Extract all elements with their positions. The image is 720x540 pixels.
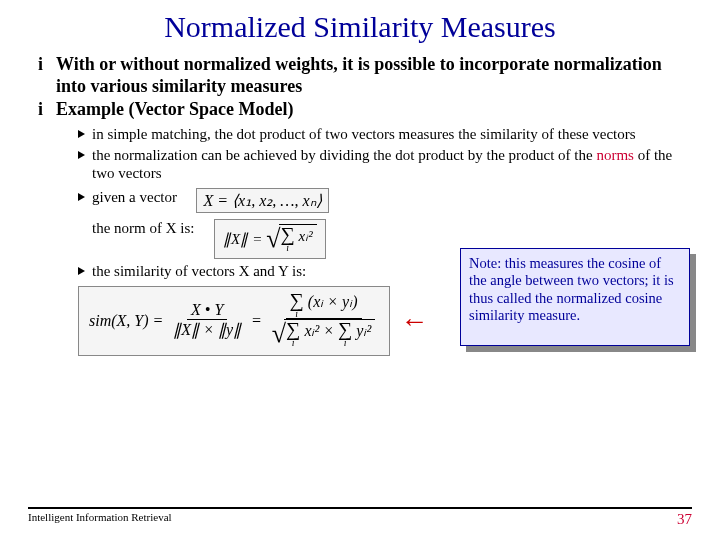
footer: Intelligent Information Retrieval 37	[28, 507, 692, 528]
given-vector-label: given a vector	[92, 188, 177, 206]
footer-left: Intelligent Information Retrieval	[28, 511, 172, 528]
sub-item: in simple matching, the dot product of t…	[78, 125, 692, 143]
vec-lhs: X =	[203, 192, 228, 209]
bullet-text: With or without normalized weights, it i…	[56, 54, 662, 96]
sim-label: the similarity of vectors X and Y is:	[92, 263, 306, 279]
similarity-formula: sim(X, Y) = X • Y ‖X‖ × ‖y‖ = ∑i (xᵢ × y…	[78, 286, 390, 356]
vector-formula: X = ⟨x₁, x₂, …, xₙ⟩	[196, 188, 328, 213]
norm-formula: ‖X‖ = √ ∑i xᵢ²	[214, 219, 326, 259]
slide-number: 37	[677, 511, 692, 528]
arrow-left-icon: ←	[400, 305, 428, 337]
eq-sign: =	[251, 312, 262, 330]
slide: Normalized Similarity Measures With or w…	[0, 0, 720, 540]
xi-sq: xᵢ²	[299, 228, 313, 244]
sub-item: the normalization can be achieved by div…	[78, 146, 692, 182]
bullet-item: With or without normalized weights, it i…	[38, 54, 692, 97]
sigma-icon: ∑i	[290, 291, 304, 318]
sim-lhs: sim(X, Y) =	[89, 312, 163, 330]
note-text: Note: this measures the cosine of the an…	[460, 248, 690, 346]
vec-rhs: ⟨x₁, x₂, …, xₙ⟩	[232, 192, 322, 209]
sum-y2: yᵢ²	[356, 322, 371, 339]
sqrt-icon: √ ∑i xᵢ²	[266, 224, 316, 254]
norms-highlight: norms	[596, 147, 634, 163]
sqrt-icon: √ ∑i xᵢ² × ∑i yᵢ²	[272, 319, 375, 349]
bullet-list: With or without normalized weights, it i…	[28, 54, 692, 280]
sigma-icon: ∑i	[286, 320, 300, 347]
sub-item-vector: given a vector X = ⟨x₁, x₂, …, xₙ⟩	[78, 188, 692, 213]
sim-frac-1: X • Y ‖X‖ × ‖y‖	[169, 301, 245, 341]
norm-lhs: ‖X‖	[223, 230, 248, 248]
norm-label: the norm of X is:	[92, 219, 195, 237]
sum-xy: (xᵢ × yᵢ)	[308, 293, 358, 310]
sigma-icon: ∑i	[338, 320, 352, 347]
sum-x2: xᵢ²	[304, 322, 319, 339]
slide-title: Normalized Similarity Measures	[28, 10, 692, 44]
eq-sign: =	[252, 230, 262, 248]
sub-text-pre: the normalization can be achieved by div…	[92, 147, 596, 163]
sigma-icon: ∑i	[281, 225, 295, 252]
sub-text: in simple matching, the dot product of t…	[92, 126, 636, 142]
note-callout: Note: this measures the cosine of the an…	[460, 248, 690, 346]
sim-frac-2: ∑i (xᵢ × yᵢ) √ ∑i xᵢ² × ∑i yᵢ²	[268, 291, 379, 351]
bullet-text: Example (Vector Space Model)	[56, 99, 293, 119]
